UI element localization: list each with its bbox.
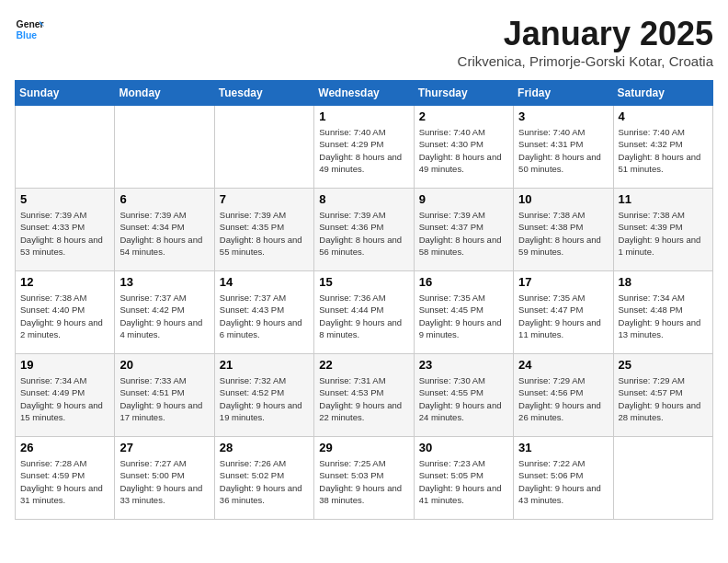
table-row: 18Sunrise: 7:34 AM Sunset: 4:48 PM Dayli… (613, 271, 712, 354)
day-info: Sunrise: 7:34 AM Sunset: 4:48 PM Dayligh… (619, 292, 708, 340)
day-info: Sunrise: 7:34 AM Sunset: 4:49 PM Dayligh… (20, 374, 109, 423)
day-number: 21 (220, 358, 309, 372)
calendar-title: January 2025 (458, 15, 713, 53)
day-info: Sunrise: 7:35 AM Sunset: 4:45 PM Dayligh… (419, 292, 508, 340)
day-number: 26 (20, 441, 109, 454)
day-number: 25 (619, 358, 708, 372)
day-number: 12 (20, 275, 109, 289)
header-tuesday: Tuesday (214, 81, 313, 106)
table-row: 20Sunrise: 7:33 AM Sunset: 4:51 PM Dayli… (115, 354, 214, 437)
day-info: Sunrise: 7:27 AM Sunset: 5:00 PM Dayligh… (119, 457, 209, 506)
title-block: January 2025 Crikvenica, Primorje-Gorski… (458, 15, 713, 69)
calendar-week-row: 12Sunrise: 7:38 AM Sunset: 4:40 PM Dayli… (16, 271, 713, 354)
day-info: Sunrise: 7:29 AM Sunset: 4:57 PM Dayligh… (619, 374, 708, 423)
day-number: 24 (518, 358, 608, 372)
day-info: Sunrise: 7:40 AM Sunset: 4:29 PM Dayligh… (319, 126, 408, 175)
header-sunday: Sunday (16, 81, 115, 106)
day-info: Sunrise: 7:37 AM Sunset: 4:43 PM Dayligh… (220, 292, 309, 340)
table-row: 6Sunrise: 7:39 AM Sunset: 4:34 PM Daylig… (115, 189, 214, 271)
day-info: Sunrise: 7:35 AM Sunset: 4:47 PM Dayligh… (518, 292, 608, 340)
table-row: 28Sunrise: 7:26 AM Sunset: 5:02 PM Dayli… (214, 437, 313, 520)
day-info: Sunrise: 7:23 AM Sunset: 5:05 PM Dayligh… (419, 457, 508, 506)
day-number: 19 (20, 358, 109, 372)
table-row: 25Sunrise: 7:29 AM Sunset: 4:57 PM Dayli… (613, 354, 712, 437)
table-row: 31Sunrise: 7:22 AM Sunset: 5:06 PM Dayli… (514, 437, 613, 520)
header-wednesday: Wednesday (314, 81, 414, 106)
table-row: 21Sunrise: 7:32 AM Sunset: 4:52 PM Dayli… (214, 354, 313, 437)
day-info: Sunrise: 7:38 AM Sunset: 4:39 PM Dayligh… (619, 209, 708, 258)
day-info: Sunrise: 7:39 AM Sunset: 4:35 PM Dayligh… (220, 209, 309, 258)
day-info: Sunrise: 7:30 AM Sunset: 4:55 PM Dayligh… (419, 374, 508, 423)
header-saturday: Saturday (613, 81, 712, 106)
svg-text:Blue: Blue (17, 30, 38, 40)
day-number: 10 (518, 192, 608, 206)
logo-icon: General Blue (15, 15, 44, 44)
day-number: 22 (319, 358, 408, 372)
day-info: Sunrise: 7:39 AM Sunset: 4:34 PM Dayligh… (119, 209, 209, 258)
table-row: 5Sunrise: 7:39 AM Sunset: 4:33 PM Daylig… (16, 189, 115, 271)
day-info: Sunrise: 7:40 AM Sunset: 4:31 PM Dayligh… (518, 126, 608, 175)
day-number: 13 (119, 275, 209, 289)
day-info: Sunrise: 7:39 AM Sunset: 4:33 PM Dayligh… (20, 209, 109, 258)
page-header: General Blue January 2025 Crikvenica, Pr… (15, 15, 713, 69)
calendar-subtitle: Crikvenica, Primorje-Gorski Kotar, Croat… (458, 53, 713, 69)
table-row: 24Sunrise: 7:29 AM Sunset: 4:56 PM Dayli… (514, 354, 613, 437)
day-number: 20 (119, 358, 209, 372)
day-number: 31 (518, 441, 608, 454)
day-info: Sunrise: 7:38 AM Sunset: 4:38 PM Dayligh… (518, 209, 608, 258)
day-number: 6 (119, 192, 209, 206)
table-row: 26Sunrise: 7:28 AM Sunset: 4:59 PM Dayli… (16, 437, 115, 520)
table-row: 15Sunrise: 7:36 AM Sunset: 4:44 PM Dayli… (314, 271, 414, 354)
table-row: 17Sunrise: 7:35 AM Sunset: 4:47 PM Dayli… (514, 271, 613, 354)
day-number: 4 (619, 109, 708, 123)
calendar-week-row: 5Sunrise: 7:39 AM Sunset: 4:33 PM Daylig… (16, 189, 713, 271)
day-number: 1 (319, 109, 408, 123)
table-row: 19Sunrise: 7:34 AM Sunset: 4:49 PM Dayli… (16, 354, 115, 437)
table-row: 14Sunrise: 7:37 AM Sunset: 4:43 PM Dayli… (214, 271, 313, 354)
day-number: 2 (419, 109, 508, 123)
day-number: 27 (119, 441, 209, 454)
day-info: Sunrise: 7:38 AM Sunset: 4:40 PM Dayligh… (20, 292, 109, 340)
day-number: 9 (419, 192, 508, 206)
day-info: Sunrise: 7:40 AM Sunset: 4:32 PM Dayligh… (619, 126, 708, 175)
calendar-week-row: 1Sunrise: 7:40 AM Sunset: 4:29 PM Daylig… (16, 106, 713, 189)
weekday-header-row: Sunday Monday Tuesday Wednesday Thursday… (16, 81, 713, 106)
day-info: Sunrise: 7:29 AM Sunset: 4:56 PM Dayligh… (518, 374, 608, 423)
day-info: Sunrise: 7:40 AM Sunset: 4:30 PM Dayligh… (419, 126, 508, 175)
day-number: 23 (419, 358, 508, 372)
day-info: Sunrise: 7:22 AM Sunset: 5:06 PM Dayligh… (518, 457, 608, 506)
day-info: Sunrise: 7:25 AM Sunset: 5:03 PM Dayligh… (319, 457, 408, 506)
table-row: 2Sunrise: 7:40 AM Sunset: 4:30 PM Daylig… (414, 106, 513, 189)
header-thursday: Thursday (414, 81, 513, 106)
day-number: 15 (319, 275, 408, 289)
header-monday: Monday (115, 81, 214, 106)
table-row: 22Sunrise: 7:31 AM Sunset: 4:53 PM Dayli… (314, 354, 414, 437)
calendar-week-row: 19Sunrise: 7:34 AM Sunset: 4:49 PM Dayli… (16, 354, 713, 437)
table-row: 12Sunrise: 7:38 AM Sunset: 4:40 PM Dayli… (16, 271, 115, 354)
table-row (214, 106, 313, 189)
table-row: 9Sunrise: 7:39 AM Sunset: 4:37 PM Daylig… (414, 189, 513, 271)
table-row: 3Sunrise: 7:40 AM Sunset: 4:31 PM Daylig… (514, 106, 613, 189)
day-number: 11 (619, 192, 708, 206)
table-row: 8Sunrise: 7:39 AM Sunset: 4:36 PM Daylig… (314, 189, 414, 271)
day-info: Sunrise: 7:32 AM Sunset: 4:52 PM Dayligh… (220, 374, 309, 423)
table-row: 30Sunrise: 7:23 AM Sunset: 5:05 PM Dayli… (414, 437, 513, 520)
table-row: 10Sunrise: 7:38 AM Sunset: 4:38 PM Dayli… (514, 189, 613, 271)
day-number: 7 (220, 192, 309, 206)
day-number: 17 (518, 275, 608, 289)
table-row (115, 106, 214, 189)
day-info: Sunrise: 7:39 AM Sunset: 4:37 PM Dayligh… (419, 209, 508, 258)
day-info: Sunrise: 7:33 AM Sunset: 4:51 PM Dayligh… (119, 374, 209, 423)
table-row: 27Sunrise: 7:27 AM Sunset: 5:00 PM Dayli… (115, 437, 214, 520)
table-row: 11Sunrise: 7:38 AM Sunset: 4:39 PM Dayli… (613, 189, 712, 271)
day-info: Sunrise: 7:28 AM Sunset: 4:59 PM Dayligh… (20, 457, 109, 506)
table-row (613, 437, 712, 520)
calendar-table: Sunday Monday Tuesday Wednesday Thursday… (15, 80, 713, 520)
table-row: 1Sunrise: 7:40 AM Sunset: 4:29 PM Daylig… (314, 106, 414, 189)
day-number: 28 (220, 441, 309, 454)
day-info: Sunrise: 7:39 AM Sunset: 4:36 PM Dayligh… (319, 209, 408, 258)
day-number: 5 (20, 192, 109, 206)
table-row: 4Sunrise: 7:40 AM Sunset: 4:32 PM Daylig… (613, 106, 712, 189)
table-row: 13Sunrise: 7:37 AM Sunset: 4:42 PM Dayli… (115, 271, 214, 354)
table-row: 16Sunrise: 7:35 AM Sunset: 4:45 PM Dayli… (414, 271, 513, 354)
